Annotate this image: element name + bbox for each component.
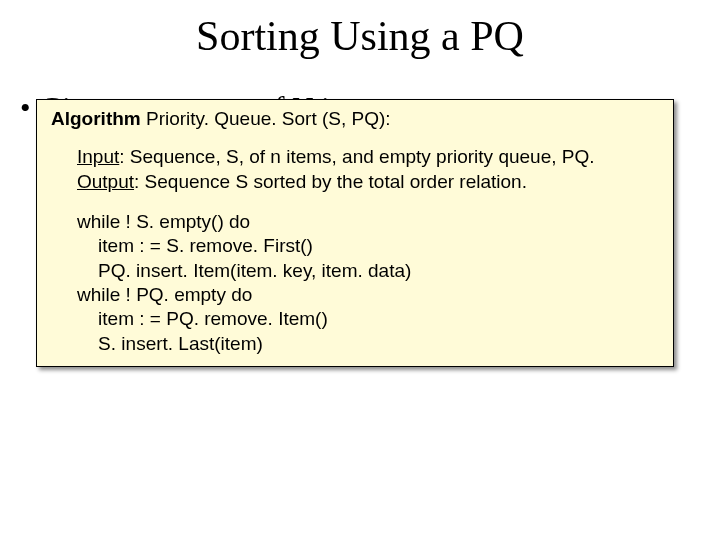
algorithm-header: Algorithm Priority. Queue. Sort (S, PQ): bbox=[51, 107, 661, 131]
output-text: : Sequence S sorted by the total order r… bbox=[134, 171, 527, 192]
output-label: Output bbox=[77, 171, 134, 192]
algorithm-keyword: Algorithm bbox=[51, 108, 141, 129]
algorithm-signature: Priority. Queue. Sort (S, PQ): bbox=[141, 108, 391, 129]
input-label: Input bbox=[77, 146, 119, 167]
algorithm-code: while ! S. empty() do item : = S. remove… bbox=[51, 210, 661, 356]
bullet-dot-icon: • bbox=[20, 91, 31, 125]
algorithm-input-line: Input: Sequence, S, of n items, and empt… bbox=[77, 145, 661, 169]
page-title: Sorting Using a PQ bbox=[0, 12, 720, 60]
algorithm-io: Input: Sequence, S, of n items, and empt… bbox=[51, 145, 661, 194]
slide: Sorting Using a PQ •Given a sequence of … bbox=[0, 0, 720, 540]
algorithm-output-line: Output: Sequence S sorted by the total o… bbox=[77, 170, 661, 194]
input-text: : Sequence, S, of n items, and empty pri… bbox=[119, 146, 594, 167]
algorithm-box: Algorithm Priority. Queue. Sort (S, PQ):… bbox=[36, 99, 674, 367]
